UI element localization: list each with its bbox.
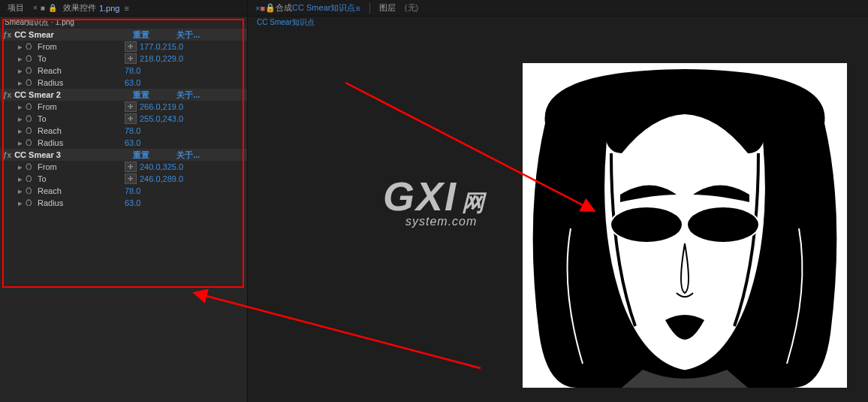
property-value[interactable]: 63.0 xyxy=(125,78,140,87)
property-value[interactable]: 63.0 xyxy=(125,138,140,147)
effect-name: CC Smear xyxy=(14,30,127,39)
reset-link[interactable]: 重置 xyxy=(133,150,149,161)
crosshair-icon[interactable]: ✛ xyxy=(125,174,137,184)
stopwatch-icon[interactable]: Ö xyxy=(26,42,38,51)
expand-icon[interactable]: ▸ xyxy=(18,66,26,76)
reset-link[interactable]: 重置 xyxy=(133,89,149,101)
effect-controls-tab[interactable]: × ■ 🔒 效果控件 1.png ≡ xyxy=(29,0,134,17)
crosshair-icon[interactable]: ✛ xyxy=(125,101,137,112)
crosshair-icon[interactable]: ✛ xyxy=(125,53,137,64)
property-value[interactable]: 78.0 xyxy=(125,186,140,195)
stopwatch-icon[interactable]: Ö xyxy=(26,186,38,195)
effect-property-row: ▸ÖReach78.0 xyxy=(0,125,247,137)
lock-icon[interactable]: 🔒 xyxy=(48,4,57,12)
about-link[interactable]: 关于... xyxy=(176,29,200,41)
effect-property-row: ▸ÖFrom✛177.0,215.0 xyxy=(0,41,247,53)
property-value[interactable]: 78.0 xyxy=(125,66,140,75)
effect-header[interactable]: ƒxCC Smear 2重置关于... xyxy=(0,89,247,101)
effect-header[interactable]: ƒxCC Smear重置关于... xyxy=(0,29,247,41)
expand-icon[interactable]: ▸ xyxy=(18,102,26,112)
property-value[interactable]: 240.0,325.0 xyxy=(140,162,183,171)
expand-icon[interactable]: ▸ xyxy=(18,54,26,64)
property-name: From xyxy=(38,42,125,51)
property-value[interactable]: 218.0,229.0 xyxy=(140,54,183,63)
crosshair-icon[interactable]: ✛ xyxy=(125,162,137,172)
effect-property-row: ▸ÖFrom✛240.0,325.0 xyxy=(0,161,247,173)
property-name: To xyxy=(38,114,125,123)
effect-property-row: ▸ÖTo✛218.0,229.0 xyxy=(0,53,247,65)
close-icon[interactable]: × xyxy=(33,4,38,12)
expand-icon[interactable]: ▸ xyxy=(18,186,26,196)
expand-icon[interactable]: ▸ xyxy=(18,126,26,136)
stopwatch-icon[interactable]: Ö xyxy=(26,138,38,147)
expand-icon[interactable]: ▸ xyxy=(18,114,26,124)
effects-list: ƒxCC Smear重置关于...▸ÖFrom✛177.0,215.0▸ÖTo✛… xyxy=(0,29,247,209)
stopwatch-icon[interactable]: Ö xyxy=(26,126,38,135)
property-value[interactable]: 63.0 xyxy=(125,198,140,207)
panel-menu-icon[interactable]: ≡ xyxy=(355,4,360,13)
tab-prefix: 效果控件 xyxy=(63,2,96,14)
stopwatch-icon[interactable]: Ö xyxy=(26,174,38,183)
effect-property-row: ▸ÖRadius63.0 xyxy=(0,197,247,209)
layer-tab-label[interactable]: 图层 xyxy=(375,2,400,14)
stopwatch-icon[interactable]: Ö xyxy=(26,114,38,123)
about-link[interactable]: 关于... xyxy=(176,150,200,161)
expand-icon[interactable]: ▸ xyxy=(18,162,26,172)
effect-property-row: ▸ÖFrom✛266.0,219.0 xyxy=(0,101,247,113)
lock-icon[interactable]: 🔒 xyxy=(265,3,276,13)
effect-property-row: ▸ÖTo✛246.0,289.0 xyxy=(0,173,247,185)
property-value[interactable]: 246.0,289.0 xyxy=(140,174,183,183)
effect-controls-panel: 项目 × ■ 🔒 效果控件 1.png ≡ Smear知识点 · 1.png ƒ… xyxy=(0,0,248,402)
property-name: From xyxy=(38,162,125,171)
layer-none: (无) xyxy=(400,2,423,14)
left-tabbar: 项目 × ■ 🔒 效果控件 1.png ≡ xyxy=(0,0,247,17)
expand-icon[interactable]: ▸ xyxy=(18,42,26,52)
expand-icon[interactable]: ▸ xyxy=(18,174,26,184)
project-tab[interactable]: 项目 xyxy=(3,2,29,14)
effect-name: CC Smear 3 xyxy=(14,150,127,159)
property-name: To xyxy=(38,174,125,183)
composition-viewer[interactable] xyxy=(523,63,847,388)
expand-icon[interactable]: ▸ xyxy=(18,78,26,88)
panel-menu-icon[interactable]: ≡ xyxy=(124,4,128,13)
effect-property-row: ▸ÖReach78.0 xyxy=(0,65,247,77)
property-value[interactable]: 266.0,219.0 xyxy=(140,102,183,111)
property-name: Reach xyxy=(38,66,125,75)
tab-filename: 1.png xyxy=(99,4,120,13)
effect-header[interactable]: ƒxCC Smear 3重置关于... xyxy=(0,149,247,161)
fx-icon: ƒx xyxy=(3,31,11,39)
comp-breadcrumb[interactable]: CC Smear知识点 xyxy=(248,17,868,29)
composition-tab[interactable]: × ■ 🔒 合成 CC Smear知识点 ≡ xyxy=(251,2,365,14)
property-name: Radius xyxy=(38,198,125,207)
comp-tab-name: CC Smear知识点 xyxy=(292,2,355,14)
property-name: Radius xyxy=(38,138,125,147)
comp-square-icon: ■ xyxy=(260,4,265,13)
stopwatch-icon[interactable]: Ö xyxy=(26,54,38,63)
about-link[interactable]: 关于... xyxy=(176,89,200,101)
reset-link[interactable]: 重置 xyxy=(133,29,149,41)
expand-icon[interactable]: ▸ xyxy=(18,138,26,148)
property-value[interactable]: 177.0,215.0 xyxy=(140,42,183,51)
effect-property-row: ▸ÖReach78.0 xyxy=(0,185,247,197)
stopwatch-icon[interactable]: Ö xyxy=(26,66,38,75)
property-value[interactable]: 255.0,243.0 xyxy=(140,114,183,123)
stopwatch-icon[interactable]: Ö xyxy=(26,102,38,111)
comp-tab-prefix: 合成 xyxy=(276,2,292,14)
stopwatch-icon[interactable]: Ö xyxy=(26,78,38,87)
crosshair-icon[interactable]: ✛ xyxy=(125,41,137,52)
property-name: To xyxy=(38,54,125,63)
property-value[interactable]: 78.0 xyxy=(125,126,140,135)
right-tabbar: × ■ 🔒 合成 CC Smear知识点 ≡ 图层 (无) xyxy=(248,0,868,17)
property-name: From xyxy=(38,102,125,111)
effect-name: CC Smear 2 xyxy=(14,90,127,99)
crosshair-icon[interactable]: ✛ xyxy=(125,113,137,124)
stopwatch-icon[interactable]: Ö xyxy=(26,162,38,171)
effect-controls-subheader: Smear知识点 · 1.png xyxy=(0,17,247,29)
fx-icon: ƒx xyxy=(3,91,11,99)
divider xyxy=(369,3,370,14)
expand-icon[interactable]: ▸ xyxy=(18,198,26,208)
stopwatch-icon[interactable]: Ö xyxy=(26,198,38,207)
face-illustration xyxy=(523,63,847,388)
tab-square-icon: ■ xyxy=(41,4,45,12)
effect-property-row: ▸ÖRadius63.0 xyxy=(0,77,247,89)
